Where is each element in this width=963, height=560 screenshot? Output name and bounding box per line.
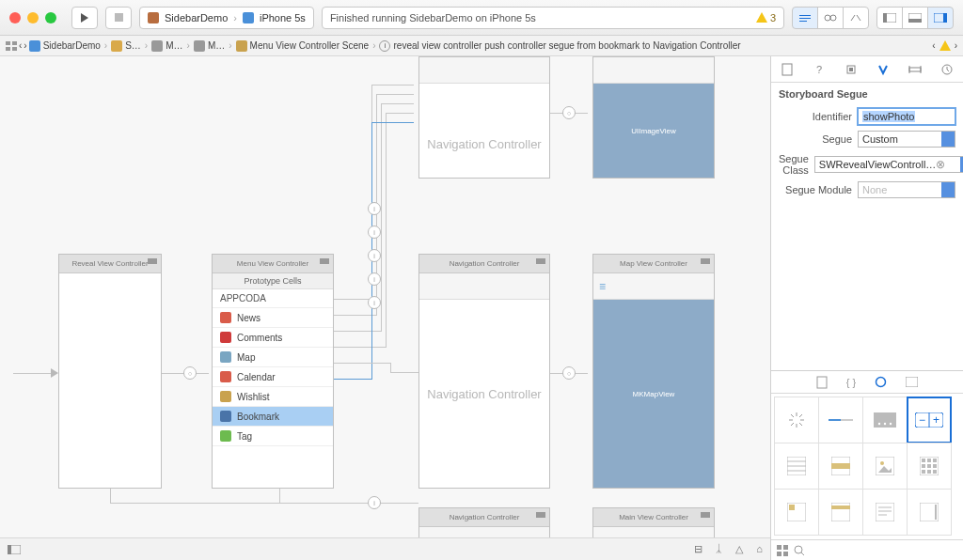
table-header[interactable]: APPCODA <box>213 289 333 308</box>
reveal-view-controller[interactable]: Reveal View Controller <box>58 254 162 489</box>
scheme-device-label: iPhone 5s <box>260 12 306 23</box>
svg-rect-65 <box>922 470 925 474</box>
lib-page-control[interactable] <box>862 397 908 443</box>
zoom-window[interactable] <box>45 12 56 23</box>
crumb-scene[interactable]: Menu View Controller Scene <box>236 40 370 52</box>
jump-next-issue[interactable]: › <box>955 40 957 51</box>
segue-node[interactable]: i <box>368 249 381 262</box>
segue-node[interactable]: ○ <box>562 366 576 380</box>
svg-rect-63 <box>927 464 931 468</box>
crumb-file1[interactable]: M… <box>151 40 182 52</box>
warning-indicator[interactable]: 3 <box>756 12 776 23</box>
cell-calendar[interactable]: Calendar <box>213 367 333 387</box>
segue-node[interactable]: ○ <box>183 366 197 380</box>
code-snippet-library-tab[interactable]: { } <box>846 377 856 388</box>
segue-node[interactable]: ○ <box>562 106 576 119</box>
related-items[interactable] <box>6 41 17 51</box>
lib-activity-indicator[interactable] <box>774 397 819 443</box>
standard-editor[interactable] <box>792 7 818 29</box>
library-filter-input[interactable] <box>811 543 957 558</box>
scheme-selector[interactable]: SidebarDemo › iPhone 5s <box>139 7 314 29</box>
lib-collection-reusable[interactable] <box>818 489 863 536</box>
lib-stepper[interactable]: −+ <box>907 397 952 443</box>
main-view-controller[interactable]: Main View Controller <box>592 507 715 537</box>
connections-inspector-tab[interactable] <box>939 61 955 78</box>
lib-text-view[interactable] <box>862 489 908 536</box>
crumb-project[interactable]: SidebarDemo <box>29 40 101 52</box>
standard-editor-icon <box>798 13 812 23</box>
svg-rect-20 <box>8 545 11 554</box>
editor-mode-segmented <box>792 7 869 29</box>
identifier-field[interactable]: showPhoto <box>858 108 955 125</box>
svg-rect-11 <box>908 19 922 23</box>
auto-layout-resolve[interactable]: △ <box>735 543 743 555</box>
identity-inspector-tab[interactable] <box>843 61 860 78</box>
quick-help-tab[interactable]: ? <box>811 61 828 78</box>
assistant-editor[interactable] <box>817 7 844 29</box>
cell-comments[interactable]: Comments <box>213 328 333 348</box>
menu-view-controller[interactable]: Menu View Controller Prototype Cells APP… <box>212 254 334 489</box>
file-template-library-tab[interactable] <box>816 376 828 389</box>
segue-node[interactable]: i <box>368 226 381 239</box>
toggle-navigator[interactable] <box>876 7 903 29</box>
close-window[interactable] <box>9 12 21 23</box>
file-inspector-tab[interactable] <box>779 61 796 78</box>
lib-image-view[interactable] <box>862 443 908 490</box>
panel-toggle-segmented <box>876 7 954 29</box>
toggle-utilities[interactable] <box>927 7 954 29</box>
lib-table-view[interactable] <box>774 443 819 490</box>
lib-collection-cell[interactable] <box>774 489 819 536</box>
object-library-tab[interactable] <box>875 376 887 388</box>
lib-progress-view[interactable] <box>818 397 863 443</box>
attributes-inspector-tab[interactable] <box>875 61 892 78</box>
segue-class-field[interactable]: SWRevealViewControll…⊗ <box>814 156 963 173</box>
cell-wishlist[interactable]: Wishlist <box>213 387 333 407</box>
vc-title: Navigation Controller <box>450 513 520 521</box>
segue-module-dropdown[interactable]: None <box>858 181 955 198</box>
storyboard-canvas[interactable]: Reveal View Controller ○ Menu View Contr… <box>0 56 770 560</box>
run-button[interactable] <box>71 7 98 29</box>
segue-node[interactable]: i <box>368 496 381 509</box>
crumb-segue[interactable]: ireveal view controller push controller … <box>379 40 740 52</box>
cell-bookmark[interactable]: Bookmark <box>213 407 333 427</box>
outline-toggle[interactable] <box>8 545 21 554</box>
auto-layout-resize[interactable]: ⌂ <box>756 543 763 555</box>
segue-icon: i <box>379 40 390 52</box>
nav-forward[interactable]: › <box>24 40 26 51</box>
hamburger-icon: ≡ <box>599 280 606 293</box>
photo-view-controller[interactable]: UIImageView <box>592 56 715 179</box>
crumb-file2[interactable]: M… <box>194 40 225 52</box>
svg-rect-69 <box>789 505 795 510</box>
minimize-window[interactable] <box>27 12 39 23</box>
media-library-tab[interactable] <box>906 377 918 387</box>
nav-controller-bottom[interactable]: Navigation Controller <box>418 507 550 537</box>
map-view-controller[interactable]: Map View Controller ≡MKMapView <box>592 254 715 489</box>
cell-map[interactable]: Map <box>213 348 333 367</box>
nav-back[interactable]: ‹ <box>19 40 22 51</box>
segue-dropdown[interactable]: Custom <box>858 131 955 148</box>
toggle-debug[interactable] <box>902 7 928 29</box>
segue-node[interactable]: i <box>368 296 381 309</box>
nav-controller-top[interactable]: Navigation Controller <box>418 56 550 179</box>
jump-prev-issue[interactable]: ‹ <box>932 40 935 51</box>
svg-rect-80 <box>777 552 781 556</box>
grid-view-toggle[interactable] <box>777 545 788 556</box>
auto-layout-align[interactable]: ⊟ <box>694 543 703 555</box>
auto-layout-pin[interactable]: ᛣ <box>716 543 722 555</box>
svg-point-43 <box>884 423 886 425</box>
cell-tag[interactable]: Tag <box>213 427 333 446</box>
lib-scroll-view[interactable] <box>907 489 952 536</box>
wishlist-icon <box>220 391 231 402</box>
inspector-tabs: ? <box>771 56 963 83</box>
crumb-folder[interactable]: S… <box>111 40 141 52</box>
clear-icon[interactable]: ⊗ <box>936 158 945 171</box>
version-editor[interactable] <box>843 7 869 29</box>
lib-table-cell[interactable] <box>818 443 863 490</box>
segue-node[interactable]: i <box>368 202 381 215</box>
cell-news[interactable]: News <box>213 308 333 328</box>
size-inspector-tab[interactable] <box>907 61 924 78</box>
lib-collection-view[interactable] <box>907 443 952 490</box>
nav-controller-mid[interactable]: Navigation Controller Navigation Control… <box>418 254 550 489</box>
segue-node[interactable]: i <box>368 272 381 286</box>
stop-button[interactable] <box>105 7 132 29</box>
